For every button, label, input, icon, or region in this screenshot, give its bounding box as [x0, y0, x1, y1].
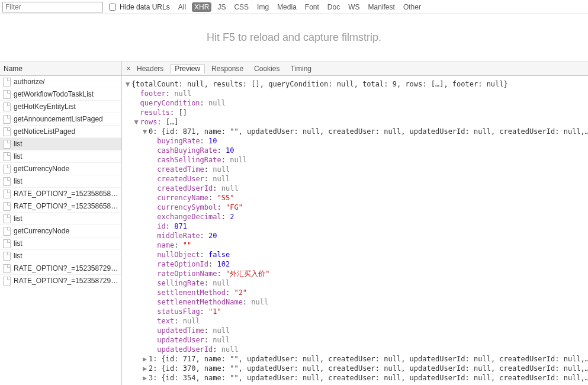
expand-icon[interactable]: ▶ — [143, 373, 149, 383]
request-row[interactable]: list — [0, 175, 121, 188]
expand-icon[interactable]: ▼ — [134, 117, 140, 127]
json-line: ▶3: {id: 354, name: "", updatedUser: nul… — [126, 373, 582, 383]
detail-tab-headers[interactable]: Headers — [133, 65, 168, 73]
request-name: RATE_OPTION?_=1523587299… — [14, 264, 118, 272]
request-row[interactable]: list — [0, 250, 121, 262]
request-row[interactable]: RATE_OPTION?_=1523587299… — [0, 275, 121, 287]
filmstrip-hint-text: Hit F5 to reload and capture filmstrip. — [207, 31, 381, 44]
file-icon — [3, 90, 11, 99]
json-line: exchangeDecimal: 2 — [126, 212, 582, 222]
json-line: ▶1: {id: 717, name: "", updatedUser: nul… — [126, 354, 582, 364]
json-line: updatedTime: null — [126, 326, 582, 335]
type-tab-css[interactable]: CSS — [232, 2, 251, 12]
detail-tab-preview[interactable]: Preview — [170, 64, 205, 73]
request-name: RATE_OPTION?_=1523587299… — [14, 277, 118, 285]
expand-icon[interactable]: ▶ — [143, 364, 149, 373]
request-name: getNoticeListPaged — [14, 127, 75, 136]
filmstrip-hint: Hit F5 to reload and capture filmstrip. — [0, 14, 588, 62]
json-line: rateOptionId: 102 — [126, 259, 582, 269]
json-line: settlementMethodName: null — [126, 297, 582, 307]
json-line: middleRate: 20 — [126, 231, 582, 240]
json-line: createdUserId: null — [126, 184, 582, 193]
request-list: authorize/getWorkflowTodoTaskListgetHotK… — [0, 76, 121, 385]
request-name: list — [14, 214, 23, 223]
file-icon — [3, 239, 11, 248]
request-name: list — [14, 152, 23, 161]
request-name: getHotKeyEntityList — [14, 102, 76, 111]
file-icon — [3, 190, 11, 198]
json-line: currencyName: "SS" — [126, 193, 582, 203]
hide-data-urls-checkbox[interactable] — [109, 4, 116, 11]
json-line: ▼rows: […] — [126, 117, 582, 127]
detail-tab-timing[interactable]: Timing — [286, 65, 316, 73]
request-row[interactable]: list — [0, 213, 121, 225]
json-line: queryCondition: null — [126, 98, 582, 108]
type-tab-xhr[interactable]: XHR — [192, 2, 211, 12]
json-line: name: "" — [126, 240, 582, 250]
file-icon — [3, 177, 11, 186]
request-row[interactable]: authorize/ — [0, 76, 121, 88]
type-tab-ws[interactable]: WS — [346, 2, 362, 12]
request-name: getCurrencyNode — [14, 165, 69, 173]
type-tab-all[interactable]: All — [176, 2, 188, 12]
json-line: results: [] — [126, 108, 582, 117]
type-tab-other[interactable]: Other — [401, 2, 423, 12]
request-name: list — [14, 140, 23, 148]
file-icon — [3, 102, 11, 111]
request-row[interactable]: list — [0, 138, 121, 150]
request-name: authorize/ — [14, 78, 45, 86]
file-icon — [3, 227, 11, 236]
expand-icon[interactable]: ▼ — [126, 79, 131, 89]
json-line: settlementMethod: "2" — [126, 288, 582, 297]
request-name: list — [14, 177, 23, 185]
request-row[interactable]: RATE_OPTION?_=1523587299… — [0, 262, 121, 275]
detail-tab-response[interactable]: Response — [207, 65, 248, 73]
file-icon — [3, 214, 11, 223]
json-line: cashBuyingRate: 10 — [126, 146, 582, 155]
type-tab-doc[interactable]: Doc — [325, 2, 342, 12]
file-icon — [3, 78, 11, 86]
request-row[interactable]: list — [0, 238, 121, 250]
json-line: ▼{totalCount: null, results: [], queryCo… — [126, 79, 582, 89]
json-line: text: null — [126, 316, 582, 326]
type-tab-font[interactable]: Font — [303, 2, 322, 12]
request-row[interactable]: getNoticeListPaged — [0, 126, 121, 138]
request-name: getCurrencyNode — [14, 227, 69, 235]
json-line: rateOptionName: "外汇买入价" — [126, 269, 582, 278]
file-icon — [3, 202, 11, 211]
request-row[interactable]: RATE_OPTION?_=1523586582… — [0, 200, 121, 213]
file-icon — [3, 264, 11, 273]
request-name: getWorkflowTodoTaskList — [14, 90, 94, 98]
type-tab-manifest[interactable]: Manifest — [366, 2, 397, 12]
json-line: statusFlag: "1" — [126, 307, 582, 316]
json-line: nullObject: false — [126, 250, 582, 259]
expand-icon[interactable]: ▼ — [143, 127, 149, 136]
type-tab-js[interactable]: JS — [215, 2, 228, 12]
request-row[interactable]: getWorkflowTodoTaskList — [0, 88, 121, 101]
type-tab-media[interactable]: Media — [275, 2, 299, 12]
json-line: cashSellingRate: null — [126, 155, 582, 165]
request-name: list — [14, 239, 23, 248]
type-tab-img[interactable]: Img — [255, 2, 271, 12]
json-line: buyingRate: 10 — [126, 136, 582, 146]
json-line: id: 871 — [126, 222, 582, 231]
close-icon[interactable]: × — [124, 65, 133, 73]
expand-icon[interactable]: ▶ — [143, 354, 149, 364]
request-row[interactable]: RATE_OPTION?_=1523586582… — [0, 188, 121, 200]
detail-tab-cookies[interactable]: Cookies — [250, 65, 284, 73]
json-line: createdUser: null — [126, 174, 582, 184]
request-row[interactable]: list — [0, 150, 121, 163]
request-row[interactable]: getAnnouncementListPaged — [0, 113, 121, 126]
request-row[interactable]: getCurrencyNode — [0, 225, 121, 238]
json-line: ▶2: {id: 370, name: "", updatedUser: nul… — [126, 364, 582, 373]
request-row[interactable]: getHotKeyEntityList — [0, 101, 121, 113]
name-column-header[interactable]: Name — [0, 62, 121, 76]
file-icon — [3, 127, 11, 136]
json-line: createdTime: null — [126, 165, 582, 174]
request-row[interactable]: getCurrencyNode — [0, 163, 121, 175]
json-line: ▼0: {id: 871, name: "", updatedUser: nul… — [126, 127, 582, 136]
name-panel: Name authorize/getWorkflowTodoTaskListge… — [0, 62, 122, 385]
filter-input[interactable] — [2, 2, 103, 12]
json-line: updatedUserId: null — [126, 345, 582, 354]
network-filter-bar: Hide data URLs AllXHRJSCSSImgMediaFontDo… — [0, 0, 588, 14]
